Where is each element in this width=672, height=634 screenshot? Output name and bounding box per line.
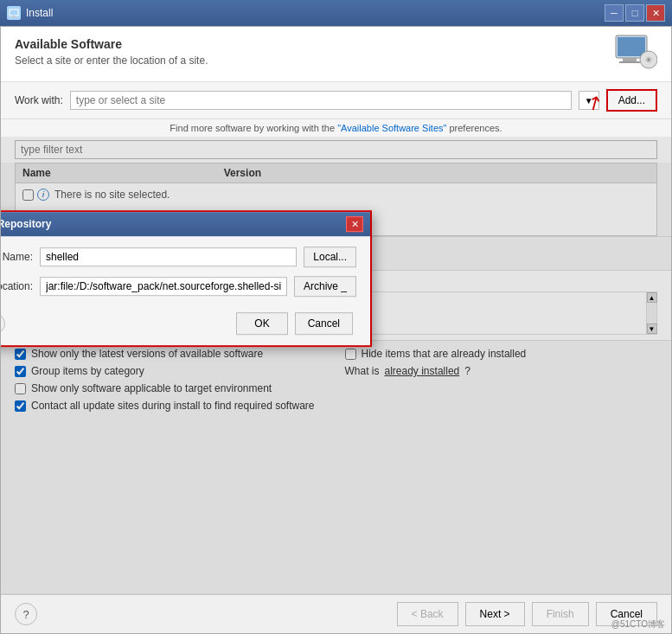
watermark: @51CTO博客 bbox=[611, 618, 665, 631]
site-input[interactable] bbox=[70, 91, 572, 110]
dialog-cancel-button[interactable]: Cancel bbox=[295, 312, 353, 335]
dialog-help-button[interactable]: ? bbox=[1, 313, 5, 334]
close-button[interactable]: ✕ bbox=[646, 4, 665, 22]
maximize-button[interactable]: □ bbox=[625, 4, 644, 22]
local-button[interactable]: Local... bbox=[304, 247, 356, 267]
title-bar-left: Install bbox=[7, 6, 53, 20]
bottom-left: ? bbox=[15, 603, 37, 625]
info-prefix: Find more software by working with the bbox=[170, 123, 337, 133]
bottom-bar: ? < Back Next > Finish Cancel bbox=[1, 593, 671, 633]
add-button[interactable]: Add... bbox=[606, 89, 657, 112]
svg-rect-6 bbox=[619, 61, 640, 63]
help-button[interactable]: ? bbox=[15, 603, 37, 625]
finish-button[interactable]: Finish bbox=[532, 602, 589, 626]
dialog-location-label: Location: bbox=[1, 280, 33, 292]
info-suffix: preferences. bbox=[449, 123, 502, 133]
svg-point-9 bbox=[648, 59, 650, 61]
dialog-ok-button[interactable]: OK bbox=[236, 312, 287, 335]
dialog-location-input[interactable] bbox=[40, 277, 287, 296]
title-bar: Install ─ □ ✕ bbox=[0, 0, 672, 26]
dialog-action-buttons: OK Cancel bbox=[236, 312, 353, 335]
archive-button[interactable]: Archive _ bbox=[294, 276, 356, 297]
dialog-title-bar: Add Repository ✕ bbox=[1, 212, 370, 236]
svg-rect-4 bbox=[618, 37, 645, 56]
add-repository-dialog: Add Repository ✕ Name: Local... Location… bbox=[1, 210, 372, 347]
next-button[interactable]: Next > bbox=[465, 602, 525, 626]
modal-backdrop bbox=[1, 137, 671, 593]
computer-icon bbox=[612, 34, 657, 72]
window-title: Install bbox=[26, 7, 53, 19]
window-controls: ─ □ ✕ bbox=[605, 4, 665, 22]
svg-rect-0 bbox=[10, 10, 18, 16]
work-with-label: Work with: bbox=[15, 94, 63, 106]
dialog-name-label: Name: bbox=[1, 251, 33, 263]
available-software-sites-link[interactable]: "Available Software Sites" bbox=[337, 123, 446, 133]
dialog-title: Add Repository bbox=[1, 218, 51, 230]
dialog-name-row: Name: Local... bbox=[1, 247, 356, 267]
dialog-bottom: ? OK Cancel bbox=[1, 305, 356, 338]
main-body: Name Version i There is no site selected… bbox=[1, 137, 671, 593]
back-button[interactable]: < Back bbox=[397, 602, 458, 626]
minimize-button[interactable]: ─ bbox=[605, 4, 624, 22]
dialog-body: Name: Local... Location: Archive _ ? OK … bbox=[1, 236, 370, 345]
dialog-location-row: Location: Archive _ bbox=[1, 276, 356, 297]
dialog-close-button[interactable]: ✕ bbox=[346, 216, 363, 232]
dialog-name-input[interactable] bbox=[40, 247, 297, 266]
page-title: Available Software bbox=[15, 37, 657, 51]
header-section: Available Software Select a site or ente… bbox=[1, 27, 671, 82]
info-row: Find more software by working with the "… bbox=[1, 119, 671, 137]
page-subtitle: Select a site or enter the location of a… bbox=[15, 54, 657, 67]
work-with-row: Work with: ▼ Add... bbox=[1, 82, 671, 119]
svg-rect-2 bbox=[10, 16, 17, 17]
main-window: Available Software Select a site or ente… bbox=[0, 26, 672, 634]
svg-rect-5 bbox=[623, 58, 637, 61]
app-icon bbox=[7, 6, 21, 20]
